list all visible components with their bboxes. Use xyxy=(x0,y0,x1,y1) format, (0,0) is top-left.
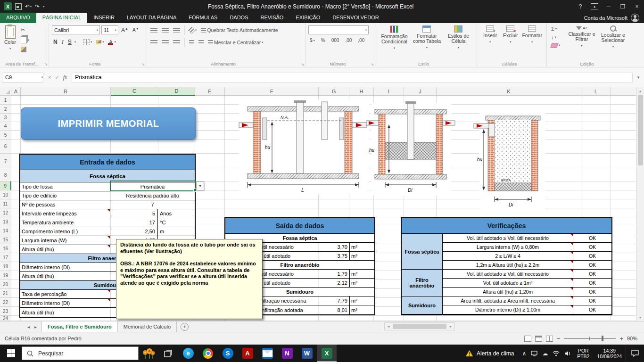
grid-cell[interactable] xyxy=(21,140,111,154)
bold-button[interactable]: N xyxy=(52,39,59,45)
conditional-formatting-button[interactable]: Formatação Condicional▾ xyxy=(378,25,411,51)
excel-logo-icon[interactable]: X xyxy=(4,2,12,10)
search-input[interactable] xyxy=(37,350,124,357)
grid-cell[interactable] xyxy=(611,316,636,321)
find-select-button[interactable]: Localizar e Selecionar▾ xyxy=(597,25,629,50)
wifi-icon[interactable] xyxy=(550,351,562,356)
font-dialog-launcher[interactable]: ↘ xyxy=(141,62,145,66)
grid-cell[interactable] xyxy=(195,208,225,217)
fill-button[interactable]: ↓▾ xyxy=(550,34,566,41)
zoom-slider-thumb[interactable] xyxy=(602,336,603,341)
grid-cell[interactable] xyxy=(195,140,225,154)
grid-cell[interactable] xyxy=(611,226,636,235)
page-break-view-button[interactable] xyxy=(546,336,553,342)
format-cells-button[interactable]: Formatar▾ xyxy=(520,25,544,45)
verificacoes-title[interactable]: Verificações xyxy=(402,218,611,234)
grid-cell[interactable] xyxy=(319,316,349,321)
tab-layout-da-pagina[interactable]: LAYOUT DA PÁGINA xyxy=(121,13,182,23)
saida-value-cell[interactable]: 1,79 xyxy=(319,270,350,278)
increase-font-button[interactable]: A▲ xyxy=(120,27,130,33)
align-left-button[interactable] xyxy=(149,40,159,46)
scroll-right-button[interactable]: ► xyxy=(447,325,454,328)
widgets-weather-button[interactable] xyxy=(139,345,158,362)
hidden-icons-button[interactable]: ∧ xyxy=(520,350,528,357)
row-header-19[interactable]: 19 xyxy=(0,271,11,280)
saida-unit-cell[interactable]: m³ xyxy=(350,243,374,251)
tab-revisao[interactable]: REVISÃO xyxy=(255,13,290,23)
verification-status-cell[interactable]: OK xyxy=(573,305,611,314)
grid-cell[interactable] xyxy=(195,190,225,199)
entrada-unit-cell[interactable]: m xyxy=(158,227,195,236)
format-as-table-button[interactable]: Formatar como Tabela▾ xyxy=(411,25,443,51)
grid-cell[interactable] xyxy=(581,199,611,208)
row-header-8[interactable]: 8 xyxy=(0,169,11,181)
verification-rule-cell[interactable]: Vol. útil adotado ≥ 1m³ xyxy=(443,279,573,288)
grid-cell[interactable] xyxy=(611,154,636,169)
tab-arquivo[interactable]: ARQUIVO xyxy=(0,13,36,23)
vertical-scrollbar[interactable]: ▲ ▼ xyxy=(636,87,644,321)
grid-cell[interactable] xyxy=(611,271,636,280)
entrada-label-cell[interactable]: Altura útil (hu) xyxy=(20,308,110,317)
grid-cell[interactable] xyxy=(581,181,611,190)
grid-cell[interactable] xyxy=(374,226,404,235)
grid-cell[interactable] xyxy=(611,114,636,122)
saida-unit-cell[interactable]: m² xyxy=(350,305,374,314)
grid-cell[interactable] xyxy=(581,131,611,140)
ribbon-display-options-button[interactable]: ▲ xyxy=(587,0,602,13)
number-dialog-launcher[interactable]: ↘ xyxy=(371,62,374,66)
minimize-button[interactable]: ─ xyxy=(602,0,616,13)
align-right-button[interactable] xyxy=(172,40,182,46)
excel-taskbar-button[interactable]: X xyxy=(317,345,337,362)
grid-cell[interactable] xyxy=(611,298,636,307)
grid-cell[interactable] xyxy=(374,271,404,280)
redo-button[interactable]: ↷ xyxy=(35,3,40,10)
saida-value-cell[interactable]: 3,70 xyxy=(319,243,350,251)
verification-rule-cell[interactable]: Vol. útil adotado ≥ Vol. útil necessário xyxy=(443,270,573,279)
tab-inserir[interactable]: INSERIR xyxy=(87,13,121,23)
tab-formulas[interactable]: FÓRMULAS xyxy=(182,13,223,23)
verification-status-cell[interactable]: OK xyxy=(573,288,611,296)
verification-status-cell[interactable]: OK xyxy=(573,270,611,279)
grid-cell[interactable] xyxy=(437,316,581,321)
row-header-12[interactable]: 12 xyxy=(0,208,11,217)
align-center-button[interactable] xyxy=(160,40,170,46)
cell-styles-button[interactable]: Estilos de Célula▾ xyxy=(443,25,474,51)
language-indicator[interactable]: PORPTB2 xyxy=(573,345,593,362)
undo-button[interactable]: ↶▾ xyxy=(25,3,32,10)
grid-cell[interactable] xyxy=(158,140,195,154)
grid-cell[interactable] xyxy=(374,217,404,226)
account-area[interactable]: Conta da Microsoft xyxy=(584,13,644,23)
increase-decimal-button[interactable]: ,00 xyxy=(344,37,353,43)
grid-cell[interactable] xyxy=(111,96,158,105)
zoom-slider[interactable] xyxy=(564,338,616,339)
clipboard-dialog-launcher[interactable]: ↘ xyxy=(44,62,48,66)
tab-dados[interactable]: DADOS xyxy=(223,13,254,23)
decrease-font-button[interactable]: A▼ xyxy=(131,27,140,33)
clear-button[interactable]: ▾ xyxy=(550,42,566,48)
verification-rule-cell[interactable]: 2 ≤ L/W ≤ 4 xyxy=(443,252,573,261)
entrada-label-cell[interactable]: Altura útil (hu) xyxy=(20,272,110,280)
row-header-7[interactable]: 7 xyxy=(0,154,11,169)
saida-title[interactable]: Saída de dados xyxy=(225,218,374,234)
insert-cells-button[interactable]: + Inserir▾ xyxy=(480,25,500,45)
column-header-L[interactable]: L xyxy=(581,87,611,96)
edge-taskbar-button[interactable]: e xyxy=(178,345,198,362)
grid-cell[interactable] xyxy=(611,253,636,262)
volume-icon[interactable] xyxy=(562,351,573,356)
grid-cell[interactable] xyxy=(611,280,636,289)
name-box[interactable]: C9▾ xyxy=(2,73,43,82)
zoom-in-button[interactable]: + xyxy=(619,335,623,342)
verification-rule-cell[interactable]: Vol. útil adotado ≥ Vol. útil necessário xyxy=(443,234,573,243)
customize-qat-button[interactable]: ▾ xyxy=(43,5,44,8)
row-header-16[interactable]: 16 xyxy=(0,244,11,253)
task-view-button[interactable] xyxy=(158,345,178,362)
verification-rule-cell[interactable]: Área infilt. adotada ≥ Área infilt. nece… xyxy=(443,296,573,305)
grid-cell[interactable] xyxy=(611,96,636,105)
taskbar-search[interactable] xyxy=(22,346,139,360)
saida-unit-cell[interactable]: m³ xyxy=(350,252,374,260)
row-header-24[interactable]: 24 xyxy=(0,316,11,321)
entrada-label-cell[interactable]: Comprimento interno (L) xyxy=(20,227,110,236)
septic-system-diagrams[interactable]: N.A. hu L xyxy=(225,99,581,214)
grid-cell[interactable] xyxy=(581,140,611,154)
column-header-G[interactable]: G xyxy=(319,87,349,96)
